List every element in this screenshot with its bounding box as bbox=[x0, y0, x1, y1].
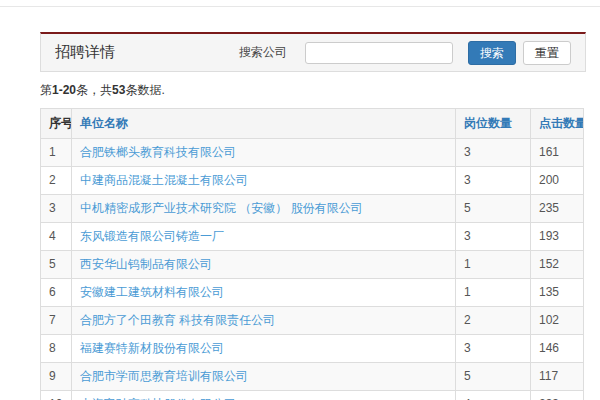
table-row: 6安徽建工建筑材料有限公司1135 bbox=[41, 279, 584, 307]
main-container: 招聘详情 搜索公司 搜索 重置 第1-20条，共53条数据. 序号 单位名称 岗… bbox=[40, 32, 586, 400]
table-row: 7合肥方了个田教育 科技有限责任公司2102 bbox=[41, 307, 584, 335]
table-row: 2中建商品混凝土混凝土有限公司3200 bbox=[41, 167, 584, 195]
clicks-count: 152 bbox=[531, 251, 584, 279]
header-company[interactable]: 单位名称 bbox=[72, 109, 456, 139]
row-index: 5 bbox=[41, 251, 72, 279]
pagination-suffix: 条数据. bbox=[125, 83, 164, 97]
header-company-link[interactable]: 单位名称 bbox=[80, 116, 128, 130]
jobs-count: 2 bbox=[456, 307, 531, 335]
company-cell: 西安华山钨制品有限公司 bbox=[72, 251, 456, 279]
clicks-count: 233 bbox=[531, 391, 584, 400]
jobs-count: 3 bbox=[456, 139, 531, 167]
header-row: 序号 单位名称 岗位数量 点击数量 bbox=[41, 109, 584, 139]
pagination-prefix: 第 bbox=[40, 83, 52, 97]
recruitment-panel: 招聘详情 搜索公司 搜索 重置 bbox=[40, 32, 586, 72]
header-clicks-link[interactable]: 点击数量 bbox=[539, 116, 584, 130]
search-company-label: 搜索公司 bbox=[239, 44, 287, 61]
row-index: 7 bbox=[41, 307, 72, 335]
table-row: 9合肥市学而思教育培训有限公司5117 bbox=[41, 363, 584, 391]
header-index: 序号 bbox=[41, 109, 72, 139]
company-link[interactable]: 合肥市学而思教育培训有限公司 bbox=[80, 369, 248, 383]
jobs-count: 4 bbox=[456, 391, 531, 400]
company-link[interactable]: 安徽建工建筑材料有限公司 bbox=[80, 285, 224, 299]
company-link[interactable]: 中建商品混凝土混凝土有限公司 bbox=[80, 173, 248, 187]
company-cell: 安徽建工建筑材料有限公司 bbox=[72, 279, 456, 307]
row-index: 4 bbox=[41, 223, 72, 251]
pagination-middle: 条，共 bbox=[76, 83, 112, 97]
clicks-count: 193 bbox=[531, 223, 584, 251]
search-company-input[interactable] bbox=[305, 42, 453, 64]
clicks-count: 102 bbox=[531, 307, 584, 335]
jobs-count: 3 bbox=[456, 335, 531, 363]
company-link[interactable]: 西安华山钨制品有限公司 bbox=[80, 257, 212, 271]
table-row: 5西安华山钨制品有限公司1152 bbox=[41, 251, 584, 279]
jobs-count: 3 bbox=[456, 167, 531, 195]
top-navbar bbox=[0, 0, 600, 7]
row-index: 6 bbox=[41, 279, 72, 307]
clicks-count: 117 bbox=[531, 363, 584, 391]
jobs-count: 1 bbox=[456, 251, 531, 279]
pagination-range: 1-20 bbox=[52, 83, 76, 97]
company-cell: 合肥方了个田教育 科技有限责任公司 bbox=[72, 307, 456, 335]
clicks-count: 161 bbox=[531, 139, 584, 167]
row-index: 10 bbox=[41, 391, 72, 400]
search-button[interactable]: 搜索 bbox=[468, 41, 516, 65]
company-cell: 合肥铁榔头教育科技有限公司 bbox=[72, 139, 456, 167]
company-link[interactable]: 合肥铁榔头教育科技有限公司 bbox=[80, 145, 236, 159]
company-cell: 中机精密成形产业技术研究院 （安徽） 股份有限公司 bbox=[72, 195, 456, 223]
page-title: 招聘详情 bbox=[55, 43, 115, 62]
company-link[interactable]: 中机精密成形产业技术研究院 （安徽） 股份有限公司 bbox=[80, 201, 363, 215]
table-row: 1合肥铁榔头教育科技有限公司3161 bbox=[41, 139, 584, 167]
table-row: 10上海富驰高科技股份有限公司4233 bbox=[41, 391, 584, 400]
reset-button[interactable]: 重置 bbox=[523, 41, 571, 65]
header-jobs-link[interactable]: 岗位数量 bbox=[464, 116, 512, 130]
clicks-count: 146 bbox=[531, 335, 584, 363]
company-cell: 中建商品混凝土混凝土有限公司 bbox=[72, 167, 456, 195]
clicks-count: 135 bbox=[531, 279, 584, 307]
company-link[interactable]: 福建赛特新材股份有限公司 bbox=[80, 341, 224, 355]
table-body: 1合肥铁榔头教育科技有限公司31612中建商品混凝土混凝土有限公司32003中机… bbox=[41, 139, 584, 400]
panel-header: 招聘详情 搜索公司 搜索 重置 bbox=[41, 34, 585, 71]
row-index: 8 bbox=[41, 335, 72, 363]
row-index: 3 bbox=[41, 195, 72, 223]
pagination-summary: 第1-20条，共53条数据. bbox=[40, 82, 586, 99]
row-index: 1 bbox=[41, 139, 72, 167]
recruitment-table: 序号 单位名称 岗位数量 点击数量 1合肥铁榔头教育科技有限公司31612中建商… bbox=[40, 108, 584, 400]
clicks-count: 235 bbox=[531, 195, 584, 223]
company-link[interactable]: 合肥方了个田教育 科技有限责任公司 bbox=[80, 313, 275, 327]
jobs-count: 3 bbox=[456, 223, 531, 251]
table-head: 序号 单位名称 岗位数量 点击数量 bbox=[41, 109, 584, 139]
jobs-count: 5 bbox=[456, 195, 531, 223]
header-jobs[interactable]: 岗位数量 bbox=[456, 109, 531, 139]
jobs-count: 1 bbox=[456, 279, 531, 307]
search-group: 搜索公司 搜索 重置 bbox=[239, 41, 571, 65]
table-row: 3中机精密成形产业技术研究院 （安徽） 股份有限公司5235 bbox=[41, 195, 584, 223]
table-row: 8福建赛特新材股份有限公司3146 bbox=[41, 335, 584, 363]
jobs-count: 5 bbox=[456, 363, 531, 391]
company-link[interactable]: 东风锻造有限公司铸造一厂 bbox=[80, 229, 224, 243]
pagination-total: 53 bbox=[112, 83, 125, 97]
row-index: 9 bbox=[41, 363, 72, 391]
row-index: 2 bbox=[41, 167, 72, 195]
company-cell: 福建赛特新材股份有限公司 bbox=[72, 335, 456, 363]
table-row: 4东风锻造有限公司铸造一厂3193 bbox=[41, 223, 584, 251]
company-cell: 东风锻造有限公司铸造一厂 bbox=[72, 223, 456, 251]
company-cell: 合肥市学而思教育培训有限公司 bbox=[72, 363, 456, 391]
company-cell: 上海富驰高科技股份有限公司 bbox=[72, 391, 456, 400]
clicks-count: 200 bbox=[531, 167, 584, 195]
header-clicks[interactable]: 点击数量 bbox=[531, 109, 584, 139]
